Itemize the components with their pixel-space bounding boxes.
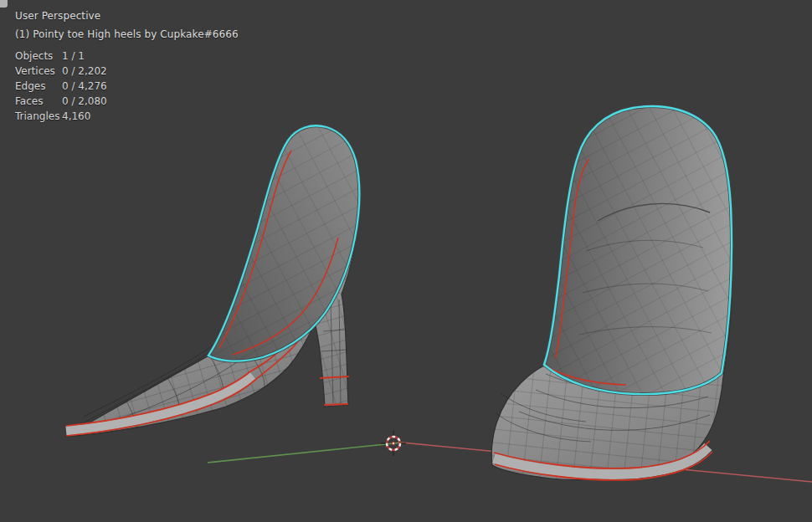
3d-viewport[interactable]: User Perspective (1) Pointy toe High hee… [0, 0, 812, 522]
stat-label: Vertices [15, 65, 62, 77]
view-perspective-label: User Perspective [15, 10, 100, 22]
editor-corner-handle[interactable] [0, 0, 8, 8]
active-object-info: (1) Pointy toe High heels by Cupkake#666… [15, 28, 239, 40]
viewport-canvas[interactable] [0, 0, 812, 522]
stat-label: Edges [15, 80, 62, 92]
axis-line-y-green [208, 443, 402, 463]
stat-label: Faces [15, 95, 62, 107]
stat-label: Triangles [15, 110, 62, 122]
stat-row-edges: Edges 0 / 4,276 [15, 79, 107, 94]
stat-row-faces: Faces 0 / 2,080 [15, 94, 107, 109]
stat-value: 1 / 1 [62, 50, 85, 62]
stat-row-triangles: Triangles 4,160 [15, 109, 107, 124]
stat-value: 0 / 2,202 [62, 65, 107, 77]
high-heel-shoe-right[interactable] [491, 105, 732, 480]
high-heel-shoe-left[interactable] [65, 125, 360, 437]
stat-label: Objects [15, 50, 62, 62]
stat-value: 0 / 2,080 [62, 95, 107, 107]
stat-value: 0 / 4,276 [62, 80, 107, 92]
statistics-overlay: Objects 1 / 1 Vertices 0 / 2,202 Edges 0… [15, 49, 107, 124]
stat-value: 4,160 [62, 110, 90, 122]
stat-row-vertices: Vertices 0 / 2,202 [15, 64, 107, 79]
right-shoe-opening-wire [544, 106, 732, 394]
3d-cursor [381, 431, 406, 456]
stat-row-objects: Objects 1 / 1 [15, 49, 107, 64]
